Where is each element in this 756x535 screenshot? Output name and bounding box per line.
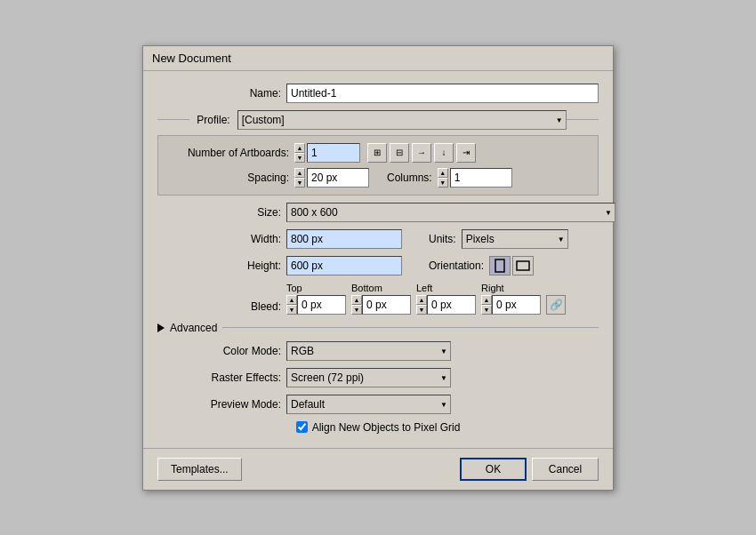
name-label: Name: bbox=[157, 87, 286, 100]
width-label: Width: bbox=[157, 233, 286, 245]
bleed-right-input[interactable] bbox=[492, 295, 541, 315]
columns-up-btn[interactable]: ▲ bbox=[438, 168, 448, 178]
profile-label: Profile: bbox=[189, 114, 237, 126]
bleed-left-spinner: ▲ ▼ bbox=[416, 295, 476, 315]
columns-label: Columns: bbox=[387, 172, 432, 184]
height-row: Height: Orientation: bbox=[157, 256, 599, 275]
right-align-btn[interactable]: ⇥ bbox=[456, 143, 476, 163]
align-checkbox-row: Align New Objects to Pixel Grid bbox=[157, 421, 599, 434]
bleed-left-field: Left ▲ ▼ bbox=[416, 283, 476, 315]
spacing-input[interactable] bbox=[307, 168, 369, 188]
profile-select[interactable]: [Custom] bbox=[237, 110, 567, 130]
advanced-triangle-icon bbox=[157, 323, 165, 332]
orientation-buttons bbox=[489, 256, 534, 275]
bleed-right-up[interactable]: ▲ bbox=[481, 295, 492, 305]
orientation-label: Orientation: bbox=[429, 260, 484, 272]
bleed-bottom-label: Bottom bbox=[351, 283, 382, 293]
spacing-down-btn[interactable]: ▼ bbox=[294, 178, 305, 188]
size-select[interactable]: 800 x 600 bbox=[286, 203, 615, 222]
artboards-section: Number of Artboards: ▲ ▼ ⊞ ⊟ → ↓ ⇥ bbox=[157, 135, 599, 196]
align-checkbox-label[interactable]: Align New Objects to Pixel Grid bbox=[296, 421, 461, 434]
cancel-button[interactable]: Cancel bbox=[532, 458, 599, 481]
bleed-label: Bleed: bbox=[157, 300, 286, 315]
grid-icon-btn[interactable]: ⊞ bbox=[367, 143, 387, 163]
raster-select-wrapper[interactable]: Screen (72 ppi) Medium (150 ppi) High (3… bbox=[286, 368, 451, 387]
svg-rect-0 bbox=[495, 260, 504, 272]
bleed-right-spinner: ▲ ▼ bbox=[481, 295, 541, 315]
align-label-text: Align New Objects to Pixel Grid bbox=[312, 421, 461, 434]
bleed-bottom-up[interactable]: ▲ bbox=[351, 295, 362, 305]
artboard-layout-icons: ⊞ ⊟ → ↓ ⇥ bbox=[367, 143, 476, 163]
new-document-dialog: New Document Name: Profile: [Custom] Num… bbox=[142, 45, 614, 491]
bleed-right-field: Right ▲ ▼ bbox=[481, 283, 541, 315]
size-label: Size: bbox=[157, 206, 286, 219]
artboards-input[interactable] bbox=[307, 143, 360, 163]
advanced-section: Advanced Color Mode: RGB CMYK Raster Eff… bbox=[157, 322, 599, 434]
bleed-top-up[interactable]: ▲ bbox=[286, 295, 297, 305]
templates-button[interactable]: Templates... bbox=[157, 458, 242, 481]
advanced-header[interactable]: Advanced bbox=[157, 322, 599, 334]
bleed-top-input[interactable] bbox=[297, 295, 346, 315]
height-input[interactable] bbox=[286, 256, 402, 275]
bleed-left-up[interactable]: ▲ bbox=[416, 295, 427, 305]
title-text: New Document bbox=[152, 52, 231, 65]
name-input[interactable] bbox=[286, 84, 599, 103]
bleed-top-spinner: ▲ ▼ bbox=[286, 295, 346, 315]
artboards-row: Number of Artboards: ▲ ▼ ⊞ ⊟ → ↓ ⇥ bbox=[165, 143, 591, 163]
spacing-up-btn[interactable]: ▲ bbox=[294, 168, 305, 178]
height-label: Height: bbox=[157, 260, 286, 272]
grid-col-icon-btn[interactable]: ⊟ bbox=[390, 143, 409, 163]
bleed-bottom-spinner: ▲ ▼ bbox=[351, 295, 411, 315]
profile-section: Profile: [Custom] bbox=[157, 110, 599, 130]
preview-select-wrapper[interactable]: Default Pixel Overprint bbox=[286, 395, 451, 414]
size-select-wrapper[interactable]: 800 x 600 bbox=[286, 203, 615, 222]
width-input[interactable] bbox=[286, 229, 402, 249]
spacing-row: Spacing: ▲ ▼ Columns: ▲ ▼ bbox=[165, 168, 591, 188]
bleed-bottom-down[interactable]: ▼ bbox=[351, 305, 362, 315]
preview-label: Preview Mode: bbox=[157, 398, 286, 411]
dialog-title: New Document bbox=[143, 46, 613, 71]
raster-select[interactable]: Screen (72 ppi) Medium (150 ppi) High (3… bbox=[286, 368, 451, 387]
artboards-label: Number of Artboards: bbox=[165, 147, 294, 159]
bleed-left-down[interactable]: ▼ bbox=[416, 305, 427, 315]
color-mode-select[interactable]: RGB CMYK bbox=[286, 341, 451, 361]
profile-select-wrapper[interactable]: [Custom] bbox=[237, 110, 567, 130]
bleed-right-label: Right bbox=[481, 283, 504, 293]
size-row: Size: 800 x 600 bbox=[157, 203, 599, 222]
artboards-spinner-buttons: ▲ ▼ bbox=[294, 143, 305, 163]
bleed-top-down[interactable]: ▼ bbox=[286, 305, 297, 315]
bleed-bottom-input[interactable] bbox=[362, 295, 411, 315]
name-row: Name: bbox=[157, 84, 599, 103]
bleed-row: Bleed: Top ▲ ▼ Bottom bbox=[157, 283, 599, 315]
preview-select[interactable]: Default Pixel Overprint bbox=[286, 395, 451, 414]
columns-down-btn[interactable]: ▼ bbox=[438, 178, 448, 188]
artboards-spinner: ▲ ▼ bbox=[294, 143, 360, 163]
color-mode-select-wrapper[interactable]: RGB CMYK bbox=[286, 341, 451, 361]
portrait-btn[interactable] bbox=[489, 256, 511, 275]
arrange-col-btn[interactable]: ↓ bbox=[434, 143, 454, 163]
bleed-top-label: Top bbox=[286, 283, 302, 293]
artboards-up-btn[interactable]: ▲ bbox=[294, 143, 305, 153]
bleed-link-btn[interactable]: 🔗 bbox=[546, 295, 566, 315]
units-select[interactable]: Pixels Inches Centimeters bbox=[462, 229, 568, 249]
units-select-wrapper[interactable]: Pixels Inches Centimeters bbox=[462, 229, 568, 249]
width-row: Width: Units: Pixels Inches Centimeters bbox=[157, 229, 599, 249]
columns-input[interactable] bbox=[450, 168, 512, 188]
bleed-fields: Top ▲ ▼ Bottom ▲ ▼ bbox=[286, 283, 566, 315]
units-label: Units: bbox=[429, 233, 456, 245]
spacing-label: Spacing: bbox=[165, 172, 294, 184]
arrange-row-btn[interactable]: → bbox=[412, 143, 431, 163]
landscape-btn[interactable] bbox=[512, 256, 534, 275]
bleed-bottom-field: Bottom ▲ ▼ bbox=[351, 283, 411, 315]
artboards-down-btn[interactable]: ▼ bbox=[294, 153, 305, 163]
advanced-divider bbox=[222, 327, 599, 328]
color-mode-label: Color Mode: bbox=[157, 345, 286, 357]
svg-rect-1 bbox=[517, 261, 529, 270]
bleed-right-down[interactable]: ▼ bbox=[481, 305, 492, 315]
color-mode-row: Color Mode: RGB CMYK bbox=[157, 341, 599, 361]
dialog-footer: Templates... OK Cancel bbox=[143, 448, 613, 490]
preview-row: Preview Mode: Default Pixel Overprint bbox=[157, 395, 599, 414]
align-checkbox[interactable] bbox=[296, 421, 308, 433]
bleed-left-input[interactable] bbox=[427, 295, 476, 315]
ok-button[interactable]: OK bbox=[460, 458, 527, 481]
